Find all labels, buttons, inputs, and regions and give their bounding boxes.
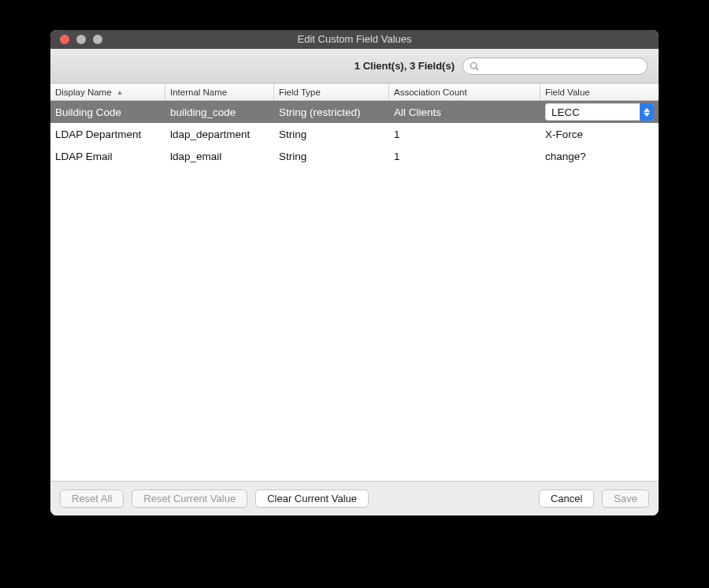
cell-association-count: 1 <box>389 151 540 162</box>
col-header-display-name[interactable]: Display Name ▲ <box>50 84 165 100</box>
svg-point-0 <box>471 62 477 69</box>
titlebar: Edit Custom Field Values <box>50 30 659 49</box>
search-input[interactable] <box>482 60 640 72</box>
reset-all-button[interactable]: Reset All <box>60 489 124 508</box>
table-body: Building Codebuilding_codeString (restri… <box>50 101 659 481</box>
chevron-up-down-icon <box>640 103 654 121</box>
svg-line-1 <box>476 68 478 70</box>
traffic-lights <box>50 35 102 44</box>
search-icon <box>470 61 479 71</box>
col-header-internal-name[interactable]: Internal Name <box>165 84 274 100</box>
cancel-button[interactable]: Cancel <box>539 489 594 508</box>
cell-display-name: Building Code <box>50 106 165 118</box>
cell-field-type: String <box>274 151 389 162</box>
bottom-bar: Reset All Reset Current Value Clear Curr… <box>50 481 659 515</box>
close-icon[interactable] <box>60 35 69 44</box>
cell-field-type: String <box>274 128 389 140</box>
cell-display-name: LDAP Email <box>50 151 165 162</box>
clients-fields-summary: 1 Client(s), 3 Field(s) <box>354 60 455 72</box>
table-headers: Display Name ▲ Internal Name Field Type … <box>50 84 659 101</box>
cell-internal-name: building_code <box>165 106 274 118</box>
col-header-label: Field Value <box>545 87 590 97</box>
save-button[interactable]: Save <box>602 489 649 508</box>
edit-custom-field-values-window: Edit Custom Field Values 1 Client(s), 3 … <box>50 30 659 515</box>
col-header-field-type[interactable]: Field Type <box>274 84 389 100</box>
select-value: LECC <box>551 106 580 118</box>
cell-display-name: LDAP Department <box>50 128 165 140</box>
window-title: Edit Custom Field Values <box>50 30 659 49</box>
col-header-label: Display Name <box>55 87 112 97</box>
cell-field-value: X-Force <box>540 128 659 140</box>
table-row[interactable]: Building Codebuilding_codeString (restri… <box>50 101 659 123</box>
cell-association-count: All Clients <box>389 106 540 118</box>
col-header-association-count[interactable]: Association Count <box>389 84 540 100</box>
toolbar: 1 Client(s), 3 Field(s) <box>50 49 659 84</box>
cell-association-count: 1 <box>389 128 540 140</box>
minimize-icon[interactable] <box>76 35 86 44</box>
cell-internal-name: ldap_department <box>165 128 274 140</box>
field-value-select[interactable]: LECC <box>545 103 654 121</box>
sort-asc-icon: ▲ <box>117 88 124 96</box>
cell-field-value[interactable]: LECC <box>540 103 659 121</box>
col-header-label: Internal Name <box>170 87 227 97</box>
zoom-icon[interactable] <box>93 35 102 44</box>
clear-current-value-button[interactable]: Clear Current Value <box>255 489 369 508</box>
reset-current-value-button[interactable]: Reset Current Value <box>132 489 247 508</box>
col-header-label: Association Count <box>394 87 467 97</box>
cell-field-type: String (restricted) <box>274 106 389 118</box>
table-row[interactable]: LDAP Emailldap_emailString1change? <box>50 145 659 167</box>
search-field[interactable] <box>462 58 648 75</box>
col-header-label: Field Type <box>279 87 321 97</box>
cell-field-value: change? <box>540 151 659 162</box>
cell-internal-name: ldap_email <box>165 151 274 162</box>
col-header-field-value[interactable]: Field Value <box>540 84 659 100</box>
table-row[interactable]: LDAP Departmentldap_departmentString1X-F… <box>50 123 659 145</box>
